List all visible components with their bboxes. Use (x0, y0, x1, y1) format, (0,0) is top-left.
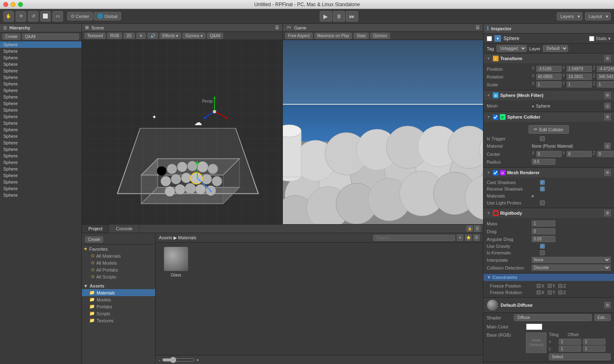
collision-select[interactable]: Discrete (532, 265, 611, 271)
scene-viewport[interactable]: Persp ✦ ☁ (82, 40, 282, 224)
transform-header[interactable]: ▼ ⊕ Transform ⚙ (483, 54, 614, 63)
step-button[interactable]: ⏭ (346, 11, 358, 22)
project-create-btn[interactable]: Create (85, 236, 103, 243)
position-x[interactable] (536, 66, 562, 72)
rotation-z[interactable] (597, 74, 614, 80)
list-item[interactable]: Sphere (0, 67, 81, 74)
scale-x[interactable] (536, 81, 562, 88)
create-btn[interactable]: Create (2, 34, 20, 40)
freeze-pos-y-check[interactable] (548, 284, 552, 288)
project-options-btn[interactable]: ☰ (474, 225, 481, 232)
project-search-input[interactable] (373, 235, 455, 241)
mass-input[interactable] (532, 220, 555, 227)
list-item[interactable]: Sphere (0, 126, 81, 133)
radius-input[interactable] (532, 159, 555, 165)
list-item[interactable]: Sphere (0, 74, 81, 81)
mesh-picker-btn[interactable]: ◎ (604, 103, 611, 109)
hierarchy-search[interactable] (22, 34, 79, 40)
aspect-dropdown[interactable]: Free Aspect (285, 33, 313, 39)
mesh-renderer-header[interactable]: ▼ ▤ Mesh Renderer ⚙ (483, 168, 614, 178)
list-item[interactable]: Sphere (0, 100, 81, 107)
angular-drag-input[interactable] (532, 236, 555, 242)
freeze-pos-x-check[interactable] (537, 284, 541, 288)
search-scene-btn[interactable]: Q&All (207, 33, 223, 39)
tag-select[interactable]: Untagged (497, 45, 527, 52)
transform-settings-btn[interactable]: ⚙ (604, 55, 611, 62)
rigidbody-settings-btn[interactable]: ⚙ (604, 210, 611, 216)
use-gravity-checkbox[interactable]: ✓ (540, 244, 545, 249)
pause-button[interactable]: ⏸ (333, 11, 345, 22)
list-item[interactable]: Sphere (0, 179, 81, 185)
material-picker-btn[interactable]: ◎ (604, 143, 611, 149)
material-settings-btn[interactable]: ⚙ (604, 302, 611, 308)
list-item[interactable]: Sphere (0, 87, 81, 94)
list-item[interactable]: Sphere (0, 107, 81, 113)
list-item[interactable]: Sphere (0, 94, 81, 100)
main-color-swatch[interactable] (526, 324, 542, 330)
shader-edit-btn[interactable]: Edit... (594, 314, 611, 321)
shader-select-btn[interactable]: Diffuse (514, 314, 592, 321)
minimize-button[interactable] (11, 2, 16, 7)
freeze-rot-z-check[interactable] (558, 290, 562, 294)
list-item[interactable]: Sphere (0, 61, 81, 67)
tiling-x[interactable] (559, 339, 581, 345)
list-item[interactable]: Sphere (0, 166, 81, 172)
list-item[interactable]: Sphere (0, 48, 81, 54)
offset-x[interactable] (583, 339, 605, 345)
rgb-btn[interactable]: RGB (107, 33, 122, 39)
effects-btn[interactable]: Effects ▾ (160, 33, 181, 39)
2d-btn[interactable]: 2D (124, 33, 135, 39)
asset-glass[interactable]: Glass (160, 247, 192, 277)
center-btn[interactable]: ⊙ Center (67, 12, 93, 20)
favorites-all-materials[interactable]: ⊙ All Materials (82, 252, 155, 259)
list-item[interactable]: Sphere (0, 139, 81, 146)
project-lock-btn[interactable]: 🔒 (466, 225, 473, 232)
assets-header[interactable]: ▼ Assets (82, 283, 155, 289)
layout-dropdown[interactable]: Layout (585, 12, 611, 20)
list-item[interactable]: Sphere (0, 113, 81, 120)
rotate-tool-btn[interactable]: ↺ (28, 11, 38, 22)
position-z[interactable] (597, 66, 614, 72)
textured-btn[interactable]: Textured (84, 33, 106, 39)
layer-select[interactable]: Default (543, 45, 568, 52)
rotation-x[interactable] (536, 74, 562, 80)
is-kinematic-checkbox[interactable] (540, 250, 545, 255)
project-menu-btn[interactable]: ☰ (473, 234, 480, 241)
drag-input[interactable] (532, 228, 555, 234)
scene-audio-btn[interactable]: 🔊 (147, 33, 158, 39)
renderer-settings-btn[interactable]: ⚙ (604, 169, 611, 176)
tab-console[interactable]: Console (109, 225, 139, 233)
assets-item-scripts[interactable]: 📁 Scripts (82, 310, 155, 317)
object-active-checkbox[interactable] (487, 36, 492, 41)
assets-item-prefabs[interactable]: 📁 Prefabs (82, 303, 155, 310)
gizmos-btn[interactable]: Gizmos ▾ (183, 33, 205, 39)
favorites-all-prefabs[interactable]: ⊙ All Prefabs (82, 266, 155, 273)
freeze-pos-z-check[interactable] (558, 284, 562, 288)
tiling-y[interactable] (559, 346, 581, 352)
maximize-on-play-btn[interactable]: Maximize on Play (314, 33, 352, 39)
move-tool-btn[interactable]: ✛ (16, 11, 26, 22)
scene-light-btn[interactable]: ☀ (136, 33, 146, 39)
scale-tool-btn[interactable]: ⬜ (40, 11, 51, 22)
list-item[interactable]: Sphere (0, 172, 81, 179)
assets-item-textures[interactable]: 📁 Textures (82, 317, 155, 324)
project-view-btn[interactable]: ≡ (457, 234, 463, 241)
collider-enabled-checkbox[interactable] (493, 115, 498, 120)
collider-settings-btn[interactable]: ⚙ (604, 114, 611, 120)
game-viewport[interactable] (283, 40, 483, 224)
is-trigger-checkbox[interactable] (540, 136, 545, 141)
rotation-y[interactable] (567, 74, 592, 80)
position-y[interactable] (567, 66, 592, 72)
list-item[interactable]: Sphere (0, 54, 81, 61)
project-lock2-btn[interactable]: ⭐ (465, 234, 472, 241)
renderer-enabled-checkbox[interactable] (493, 170, 498, 175)
edit-collider-btn[interactable]: ✏ Edit Collider (528, 125, 569, 134)
freeze-rot-y-check[interactable] (548, 290, 552, 294)
close-button[interactable] (3, 2, 8, 7)
list-item[interactable]: Sphere (0, 153, 81, 159)
center-x[interactable] (536, 151, 562, 157)
mesh-filter-header[interactable]: ▼ ▦ Sphere (Mesh Filter) ⚙ (483, 90, 614, 100)
game-gizmos-btn[interactable]: Gizmos (370, 33, 390, 39)
list-item[interactable]: Sphere (0, 133, 81, 139)
list-item[interactable]: Sphere (0, 81, 81, 87)
